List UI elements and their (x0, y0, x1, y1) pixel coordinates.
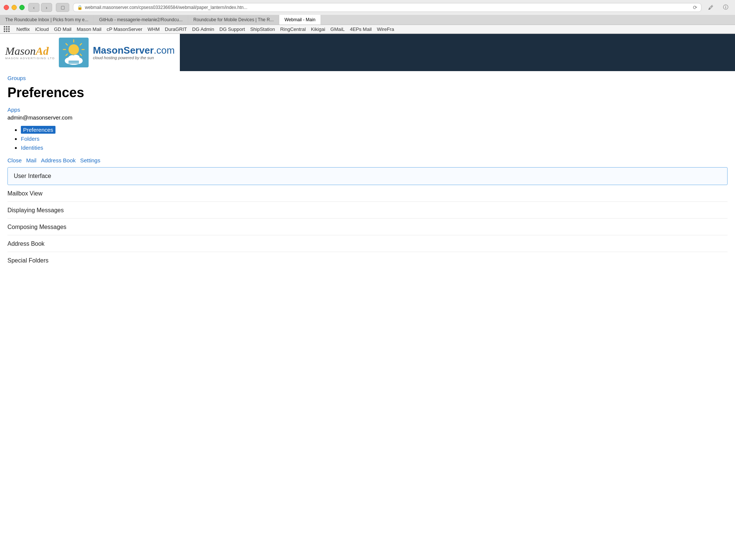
pref-item-title: Address Book (7, 241, 45, 247)
header-banner: MasonAd Mason Advertising Ltd (0, 34, 735, 71)
pref-section-displaying-messages[interactable]: Displaying Messages (7, 202, 728, 219)
minimize-window-button[interactable] (12, 5, 17, 10)
pref-section-mailbox-view[interactable]: Mailbox View (7, 185, 728, 202)
nav-list: Preferences Folders Identities (7, 127, 728, 151)
bookmark-gd-mail[interactable]: GD Mail (54, 26, 71, 32)
main-area: Groups Preferences Apps admin@masonserve… (0, 71, 735, 272)
groups-link[interactable]: Groups (7, 75, 728, 81)
page-content: MasonAd Mason Advertising Ltd (0, 34, 735, 272)
nav-folders-link[interactable]: Folders (21, 136, 39, 142)
pref-item-title: Mailbox View (7, 190, 42, 197)
svg-rect-14 (69, 61, 79, 64)
page-title: Preferences (7, 85, 728, 101)
reload-button[interactable]: ⟳ (693, 4, 697, 10)
maximize-window-button[interactable] (19, 5, 25, 10)
url-text: webmail.masonserver.com/cpsess0332366584… (85, 5, 691, 10)
pref-item-title: Composing Messages (7, 224, 66, 230)
back-button[interactable]: ‹ (28, 3, 39, 12)
bookmark-cp-masonserver[interactable]: cP MasonServer (106, 26, 142, 32)
close-window-button[interactable] (4, 5, 9, 10)
pref-section-composing-messages[interactable]: Composing Messages (7, 219, 728, 235)
bookmark-kikigai[interactable]: Kikigai (311, 26, 325, 32)
logo-ms-com: .com (154, 45, 175, 56)
svg-point-13 (72, 55, 80, 61)
pref-section-address-book[interactable]: Address Book (7, 235, 728, 252)
bookmark-4eps-mail[interactable]: 4EPs Mail (350, 26, 372, 32)
bookmark-wirefra[interactable]: WireFra (377, 26, 394, 32)
pref-section-title: User Interface (14, 173, 51, 179)
bookmark-shipstation[interactable]: ShipStation (250, 26, 275, 32)
list-item: Preferences (21, 127, 728, 133)
apps-link[interactable]: Apps (7, 106, 728, 113)
logo-masonserver-text: MasonServer (93, 45, 153, 56)
pref-section-user-interface[interactable]: User Interface (7, 167, 728, 185)
nav-buttons: ‹ › (28, 3, 52, 12)
title-bar: ‹ › ▢ 🔒 webmail.masonserver.com/cpsess03… (0, 0, 735, 15)
tab-webmail-main[interactable]: Webmail - Main (279, 15, 321, 25)
pref-item-title: Displaying Messages (7, 207, 64, 213)
bookmark-gmail[interactable]: GMaiL (330, 26, 344, 32)
browser-chrome: ‹ › ▢ 🔒 webmail.masonserver.com/cpsess03… (0, 0, 735, 34)
bookmark-mason-mail[interactable]: Mason Mail (77, 26, 101, 32)
pref-item-title: Special Folders (7, 257, 48, 264)
nav-identities-link[interactable]: Identities (21, 144, 43, 151)
apps-grid-icon[interactable] (4, 26, 10, 32)
tab-github-roundcube[interactable]: GitHub - messagerie-melanie2/Roundcu... (94, 15, 188, 25)
bookmark-dg-admin[interactable]: DG Admin (192, 26, 214, 32)
list-item: Folders (21, 136, 728, 142)
bookmark-netflix[interactable]: Netflix (16, 26, 30, 32)
logo-mason-text: Mason (5, 45, 36, 57)
bookmark-dg-support[interactable]: DG Support (219, 26, 245, 32)
pref-section-special-folders[interactable]: Special Folders (7, 252, 728, 268)
nav-preferences-link[interactable]: Preferences (21, 126, 55, 134)
bookmark-icloud[interactable]: iCloud (35, 26, 49, 32)
extensions-icon[interactable]: 🖉 (705, 3, 716, 12)
bookmark-ringcentral[interactable]: RingCentral (280, 26, 306, 32)
toolbar-close-link[interactable]: Close (7, 157, 22, 163)
logo-ad-text: Ad (36, 45, 49, 57)
bookmark-duragrit[interactable]: DuraGRIT (165, 26, 187, 32)
logo-ms-tagline: cloud hosting powered by the sun (93, 55, 175, 60)
toolbar-links: Close Mail Address Book Settings (7, 157, 728, 167)
tab-roundcube-inbox[interactable]: The Roundcube Inbox | Picks from my e... (0, 15, 94, 25)
list-item: Identities (21, 144, 728, 151)
bookmark-whm[interactable]: WHM (147, 26, 160, 32)
info-icon[interactable]: ⓘ (720, 3, 731, 12)
lock-icon: 🔒 (77, 5, 83, 10)
toolbar-settings-link[interactable]: Settings (80, 157, 100, 163)
tab-overview-button[interactable]: ▢ (56, 3, 69, 12)
tabs-bar: The Roundcube Inbox | Picks from my e...… (0, 15, 735, 25)
toolbar-address-book-link[interactable]: Address Book (41, 157, 76, 163)
svg-point-1 (69, 44, 79, 55)
address-bar[interactable]: 🔒 webmail.masonserver.com/cpsess03323665… (73, 3, 701, 12)
traffic-lights (4, 5, 25, 10)
logo-subtitle: Mason Advertising Ltd (5, 57, 55, 60)
bookmarks-bar: Netflix iCloud GD Mail Mason Mail cP Mas… (0, 25, 735, 34)
forward-button[interactable]: › (41, 3, 52, 12)
sun-cloud-icon (59, 38, 89, 67)
toolbar-mail-link[interactable]: Mail (26, 157, 36, 163)
tab-roundcube-mobile[interactable]: Roundcube for Mobile Devices | The R... (188, 15, 279, 25)
user-email: admin@masonserver.com (7, 114, 728, 121)
